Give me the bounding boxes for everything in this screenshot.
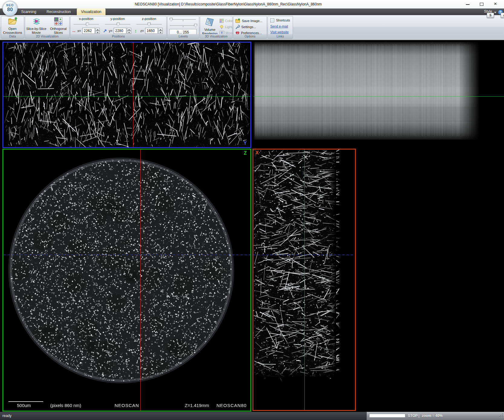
- arrow-down-icon: [160, 32, 161, 33]
- keytip-help: A: [501, 13, 504, 18]
- tab-scanning[interactable]: Scanning: [17, 8, 41, 15]
- arrow-down-icon: [128, 32, 130, 33]
- z-axis-label: Z: [244, 150, 247, 156]
- group-label-data: Data: [1, 34, 24, 39]
- y-axis-label: Y: [243, 141, 247, 146]
- orthogonal-slices-button[interactable]: Orthogonal Slices: [47, 17, 69, 34]
- z-slider-thumb[interactable]: [148, 23, 151, 26]
- z-view-blue-crosshair: [3, 255, 250, 255]
- y-equals-label: y=: [109, 29, 112, 33]
- stop-button[interactable]: STOP: [408, 412, 418, 420]
- y-position-header: y-position: [102, 17, 133, 21]
- close-button[interactable]: ×: [489, 0, 504, 8]
- y-step-down-button[interactable]: [127, 31, 131, 34]
- y-view-image[interactable]: [3, 43, 250, 147]
- x-position-value: 2262: [84, 29, 92, 33]
- group-3d-visualization: Volume Rendering Colors... Light...: [200, 16, 232, 39]
- neoscan80-watermark: NEOSCAN80: [216, 403, 247, 408]
- level-min-slider[interactable]: [169, 18, 197, 22]
- x-view-image[interactable]: [253, 150, 355, 410]
- y-slider-thumb[interactable]: [117, 23, 120, 26]
- slice-by-slice-movie-button[interactable]: Slice-by-Slice Movie: [26, 17, 47, 34]
- level-max-slider[interactable]: [169, 24, 197, 28]
- y-view-quadrant: Y: [2, 42, 251, 148]
- x-position-header: x-position: [71, 17, 101, 21]
- arrow-up-icon: [128, 29, 130, 30]
- resize-grip[interactable]: [499, 414, 503, 418]
- neoscan-logo[interactable]: NEO 80: [2, 1, 18, 16]
- close-icon: ×: [489, 0, 502, 8]
- send-email-link[interactable]: Send e-mail: [270, 24, 288, 28]
- x-axis-arrow-icon: ↔: [72, 28, 76, 33]
- y-position-slider[interactable]: [104, 22, 131, 27]
- projection-view: [253, 42, 504, 140]
- level-min-tick: [183, 20, 183, 21]
- z-position-stepper[interactable]: [158, 28, 163, 34]
- maximize-button[interactable]: [475, 0, 488, 8]
- volume-rendering-button[interactable]: Volume Rendering: [200, 17, 219, 34]
- arrow-up-icon: [97, 29, 99, 30]
- x-position-control: x-position ↔ x= 2262: [71, 17, 101, 35]
- status-right-panel: STOP | zoom = 40%: [366, 412, 504, 420]
- slice-by-slice-movie-label: Slice-by-Slice Movie: [26, 27, 47, 35]
- tab-reconstruction[interactable]: Reconstruction: [42, 8, 75, 15]
- save-image-label: Save Image...: [242, 19, 262, 23]
- maximize-icon: [480, 3, 483, 6]
- group-label-options: Options: [233, 34, 267, 39]
- level-min-thumb[interactable]: [170, 18, 173, 21]
- y-position-value: 2280: [115, 29, 123, 33]
- save-image-button[interactable]: Save Image...: [235, 18, 262, 23]
- group-label-links: Links: [268, 34, 293, 39]
- open-crossections-label: Open Crossections: [2, 27, 23, 35]
- light-button: Light...: [219, 24, 235, 29]
- z-position-input[interactable]: 1650: [145, 28, 158, 34]
- shortcuts-checkbox[interactable]: [270, 18, 274, 22]
- visit-website-link[interactable]: Visit website: [270, 30, 289, 34]
- z-view-image[interactable]: [3, 150, 250, 411]
- x-step-down-button[interactable]: [96, 31, 100, 34]
- x-step-up-button[interactable]: [96, 28, 100, 31]
- group-positions: x-position ↔ x= 2262 y-position: [70, 16, 167, 39]
- open-crossections-button[interactable]: Open Crossections: [2, 17, 23, 34]
- save-image-icon: [235, 18, 241, 23]
- settings-button[interactable]: Settings...: [235, 24, 256, 29]
- ribbon: Open Crossections Data Slice-by-Slice Mo…: [0, 15, 504, 40]
- z-step-up-button[interactable]: [158, 28, 163, 31]
- z-position-control: z-position ↕ z= 1650: [134, 17, 164, 35]
- x-position-stepper[interactable]: [96, 28, 100, 34]
- status-bar: ready STOP | zoom = 40%: [0, 412, 504, 420]
- group-options: Save Image... Settings... Preferences...…: [233, 16, 267, 39]
- minimize-button[interactable]: [461, 0, 474, 8]
- checkbox-inner: [271, 19, 273, 21]
- zoom-level-label: zoom = 40%: [422, 412, 443, 420]
- y-position-stepper[interactable]: [127, 28, 131, 34]
- group-label-levels: Levels: [167, 34, 199, 39]
- settings-wrench-icon: [235, 25, 240, 29]
- group-label-positions: Positions: [70, 34, 166, 39]
- arrow-up-icon: [160, 29, 161, 30]
- z-step-down-button[interactable]: [158, 31, 163, 34]
- level-max-tick: [183, 26, 183, 27]
- pixel-size-label: (pixels 860 nm): [50, 403, 81, 408]
- projection-image[interactable]: [253, 42, 504, 140]
- settings-label: Settings...: [241, 25, 256, 29]
- tab-visualization[interactable]: Visualization: [77, 8, 106, 15]
- chevron-down-icon[interactable]: [494, 12, 496, 13]
- y-position-control: y-position ↗ y= 2280: [102, 17, 133, 35]
- status-left-panel: ready: [0, 412, 366, 420]
- y-step-up-button[interactable]: [127, 28, 131, 31]
- z-value-label: Z=1.419mm: [185, 403, 209, 408]
- z-position-slider[interactable]: [136, 22, 162, 27]
- scale-bar: [8, 401, 43, 402]
- x-position-input[interactable]: 2262: [82, 28, 95, 34]
- x-view-quadrant: X: [252, 149, 356, 411]
- y-position-input[interactable]: 2280: [114, 28, 126, 34]
- level-max-thumb[interactable]: [194, 24, 197, 27]
- progress-bar: [369, 414, 405, 418]
- group-2d-visualization: Slice-by-Slice Movie Orthogonal Slices 2…: [25, 16, 70, 39]
- status-separator: |: [418, 412, 419, 420]
- title-bar: NEOSCAN80 [Visualization] D:\Results\com…: [0, 0, 504, 8]
- x-position-slider[interactable]: [73, 22, 99, 27]
- z-view-quadrant: Z 500um (pixels 860 nm) NEOSCAN Z=1.419m…: [2, 149, 251, 412]
- x-view-blue-crosshair: [253, 255, 355, 255]
